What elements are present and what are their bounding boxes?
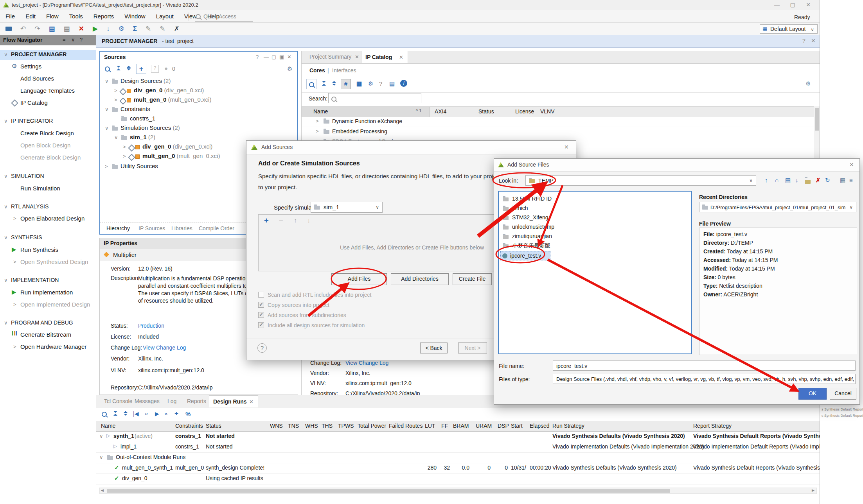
tree-item-utility-sources[interactable]: Utility Sources <box>120 163 158 169</box>
play-run-icon[interactable]: ▶ <box>155 411 159 417</box>
tab-ip-sources[interactable]: IP Sources <box>138 225 165 231</box>
col-status[interactable]: Status <box>206 423 221 429</box>
sigma-icon[interactable]: Σ <box>133 25 137 33</box>
sidebar-item-open-implemented-design[interactable]: Open Implemented Design <box>20 301 90 308</box>
catalog-col-vlnv[interactable]: VLNV <box>540 108 555 115</box>
home-icon[interactable]: ⌂ <box>775 177 778 183</box>
close-icon[interactable]: ✕ <box>811 38 816 44</box>
move-up-icon[interactable]: ↑ <box>294 217 297 224</box>
layout-combo[interactable]: ▦ Default Layout ∨ <box>760 24 818 34</box>
remove-icon[interactable]: − <box>279 217 283 225</box>
run-row-div-gen[interactable]: ✓ div_gen_0 Using cached IP results <box>96 474 820 484</box>
sidebar-section-project-manager[interactable]: PROJECT MANAGER <box>11 51 67 57</box>
collapse-all-icon[interactable] <box>113 411 117 416</box>
sidebar-item-open-hardware-manager[interactable]: Open Hardware Manager <box>20 343 86 350</box>
file-list[interactable]: 13.56M RFID ID inmich STM32_Xifeng unloc… <box>498 191 692 354</box>
hierarchy-view-icon[interactable]: ▦ <box>356 80 362 87</box>
next-button[interactable]: Next > <box>458 343 487 353</box>
move-down-icon[interactable]: ↓ <box>307 217 310 224</box>
license-key-icon[interactable]: ? <box>379 80 382 87</box>
catalog-row[interactable]: > Dynamic Function eXchange <box>302 117 814 127</box>
chevron-down-icon[interactable]: ∨ <box>4 320 8 326</box>
tree-item-div-gen[interactable]: div_gen_0 (div_gen_0.xci) <box>134 87 204 93</box>
step-icon[interactable]: ↓ <box>106 25 110 33</box>
gear-icon[interactable]: ⚙ <box>287 65 292 72</box>
file-type-combo[interactable]: Design Source Files (.vhd, vhdl, vhf, vh… <box>553 374 856 384</box>
tree-toggle-icon[interactable]: > <box>123 144 126 150</box>
run-row-impl-1[interactable]: ▷ impl_1 constrs_1 Not started Vivado Im… <box>96 442 820 453</box>
report-icon[interactable]: ▤ <box>49 25 55 33</box>
minimize-panel-icon[interactable]: — <box>264 54 269 60</box>
sidebar-item-language-templates[interactable]: Language Templates <box>20 87 75 94</box>
chevron-right-icon[interactable]: > <box>13 301 16 307</box>
sim-set-combo[interactable]: sim_1 ∨ <box>311 202 383 213</box>
close-icon[interactable]: ✕ <box>355 54 359 60</box>
help-box-icon[interactable]: ? <box>151 65 159 73</box>
col-ths[interactable]: THS <box>322 423 333 429</box>
scroll-right-icon[interactable]: ▶ <box>812 488 814 492</box>
sidebar-section-simulation[interactable]: SIMULATION <box>11 173 44 179</box>
recent-directories-combo[interactable]: D:/ProgramFiles/FPGA/mul_project_01/mul_… <box>699 202 856 212</box>
col-dsp[interactable]: DSP <box>498 423 509 429</box>
tree-item-sim-mult-gen[interactable]: mult_gen_0 (mult_gen_0.xci) <box>142 152 220 159</box>
customize-ip-icon[interactable]: ⚙ <box>368 80 373 87</box>
col-report-strategy[interactable]: Report Strategy <box>693 423 732 429</box>
menu-tools[interactable]: Tools <box>69 13 83 20</box>
tab-tcl-console[interactable]: Tcl Console <box>104 398 132 404</box>
tab-design-runs[interactable]: Design Runs ✕ <box>209 395 258 407</box>
tree-item-mult-gen[interactable]: mult_gen_0 (mult_gen_0.xci) <box>134 96 211 103</box>
scrollbar-thumb[interactable] <box>107 489 670 493</box>
expand-icon[interactable]: ∨ <box>71 37 75 43</box>
chevron-down-icon[interactable]: ∨ <box>4 52 8 57</box>
redo-icon[interactable]: ↷ <box>34 25 40 33</box>
col-tpws[interactable]: TPWS <box>338 423 354 429</box>
file-item[interactable]: inmich <box>512 205 528 211</box>
collapse-all-icon[interactable]: ≡ <box>63 37 66 43</box>
search-icon[interactable] <box>105 66 110 72</box>
first-run-icon[interactable]: |◀ <box>133 411 138 417</box>
horizontal-scrollbar[interactable]: ◀ ▶ <box>99 488 817 494</box>
run-row-ooc[interactable]: ∨ Out-of-Context Module Runs <box>96 452 820 463</box>
run-toggle-icon[interactable]: ▷ <box>106 433 110 438</box>
tree-toggle-icon[interactable]: > <box>114 88 117 93</box>
sidebar-item-ip-catalog[interactable]: IP Catalog <box>20 99 48 106</box>
catalog-row[interactable]: > Embedded Processing <box>302 127 814 137</box>
col-lut[interactable]: LUT <box>425 423 435 429</box>
file-item[interactable]: 13.56M RFID ID <box>512 196 552 202</box>
file-item[interactable]: unlockmusictemp <box>512 224 554 230</box>
chevron-right-icon[interactable]: > <box>316 128 319 134</box>
run-icon[interactable]: ▶ <box>93 25 98 33</box>
chevron-right-icon[interactable]: > <box>13 215 16 221</box>
close-icon[interactable]: ✕ <box>564 144 569 150</box>
tree-toggle-icon[interactable]: ∨ <box>105 78 109 84</box>
collapse-all-icon[interactable] <box>322 81 326 86</box>
cancel-button[interactable]: Cancel <box>830 388 856 400</box>
messages-dot-icon[interactable]: ● <box>164 65 168 72</box>
col-constraints[interactable]: Constraints <box>175 423 203 429</box>
close-icon[interactable]: ✕ <box>800 2 816 8</box>
chevron-right-icon[interactable]: > <box>316 118 319 124</box>
ip-search-input[interactable] <box>328 93 421 103</box>
sidebar-item-settings[interactable]: Settings <box>20 63 41 70</box>
file-item[interactable]: 小梦音乐最新版 <box>512 242 550 249</box>
float-icon[interactable]: ▢ <box>271 54 276 60</box>
chevron-down-icon[interactable]: ∨ <box>4 204 8 210</box>
maximize-icon[interactable]: ▢ <box>785 2 800 8</box>
subtab-interfaces[interactable]: Interfaces <box>332 67 356 74</box>
col-uram[interactable]: URAM <box>476 423 492 429</box>
collapse-all-icon[interactable] <box>117 66 120 70</box>
file-item[interactable]: STM32_Xifeng <box>512 214 548 221</box>
menu-layout[interactable]: Layout <box>156 13 174 20</box>
checkbox-add-subdirs[interactable]: ✓ <box>258 312 264 318</box>
help-icon[interactable]: ? <box>256 54 259 60</box>
tree-toggle-icon[interactable]: > <box>105 163 108 169</box>
tree-toggle-icon[interactable]: > <box>123 153 126 159</box>
catalog-col-license[interactable]: License <box>515 108 534 115</box>
tab-compile-order[interactable]: Compile Order <box>199 225 234 231</box>
chevron-right-icon[interactable]: > <box>13 344 16 350</box>
close-icon[interactable]: ✕ <box>287 54 291 60</box>
open-folder-icon[interactable] <box>5 27 12 31</box>
up-directory-icon[interactable]: ↑ <box>765 177 768 183</box>
tree-item-design-sources[interactable]: Design Sources (2) <box>120 77 171 84</box>
sidebar-item-create-block-design[interactable]: Create Block Design <box>20 130 74 136</box>
